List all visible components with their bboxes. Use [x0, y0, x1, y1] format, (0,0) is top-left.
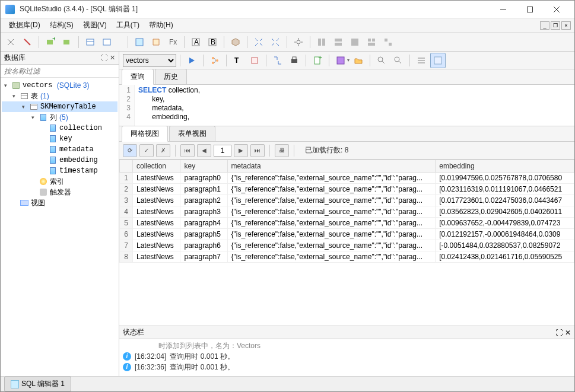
explain-icon[interactable]	[207, 53, 223, 68]
tree-views[interactable]: 视图	[31, 198, 45, 208]
svg-rect-25	[385, 39, 387, 42]
tab-history[interactable]: 历史	[155, 69, 187, 84]
mdi-close-button[interactable]: ×	[561, 21, 571, 30]
tree-column-item[interactable]: collection	[59, 124, 102, 132]
column-header[interactable]: collection	[133, 160, 180, 173]
bottom-tab-sql[interactable]: SQL 编辑器 1	[4, 377, 71, 391]
tree-table-item[interactable]: SKMemoryTable	[40, 103, 96, 111]
expand-icon[interactable]	[251, 34, 266, 50]
menu-help[interactable]: 帮助(H)	[144, 18, 178, 32]
layout5-icon[interactable]	[380, 34, 396, 50]
tree-column-item[interactable]: key	[59, 135, 72, 143]
commit-icon[interactable]: ✓	[139, 144, 154, 157]
close-button[interactable]	[543, 1, 570, 18]
table-row[interactable]: 4LatestNewsparagraph3{"is_reference":fal…	[120, 206, 574, 218]
tree-db-name[interactable]: vectors	[23, 81, 52, 90]
table-row[interactable]: 1LatestNewsparagraph0{"is_reference":fal…	[120, 173, 574, 184]
refresh-icon[interactable]: ⟳	[123, 144, 137, 157]
clear-icon[interactable]	[247, 53, 262, 68]
search2-icon[interactable]	[390, 53, 406, 68]
table-row[interactable]: 2LatestNewsparagraph1{"is_reference":fal…	[120, 184, 574, 195]
open-icon[interactable]	[351, 53, 366, 68]
tree-columns[interactable]: 列	[50, 113, 57, 123]
code-b-icon[interactable]: B	[205, 34, 220, 50]
layout2-icon[interactable]	[331, 34, 346, 50]
svg-rect-21	[351, 39, 358, 46]
close-panel-icon[interactable]: ✕	[110, 54, 115, 62]
rollback-icon[interactable]: ✗	[156, 144, 170, 157]
last-page-icon[interactable]: ⏭	[250, 144, 265, 157]
maximize-button[interactable]	[516, 1, 543, 18]
tab-grid-view[interactable]: 网格视图	[122, 126, 168, 142]
table-row[interactable]: 6LatestNewsparagraph5{"is_reference":fal…	[120, 229, 574, 240]
tree-triggers[interactable]: 触发器	[50, 187, 71, 197]
package-icon[interactable]	[228, 34, 243, 50]
search-icon[interactable]	[374, 53, 389, 68]
tree-column-item[interactable]: metadata	[59, 145, 94, 154]
results-grid[interactable]: collectionkeymetadataembedding 1LatestNe…	[119, 160, 574, 326]
view-grid-icon[interactable]	[430, 53, 446, 68]
edit-table-icon[interactable]	[99, 34, 115, 50]
filter-input[interactable]	[1, 65, 119, 77]
sql-file-icon	[11, 380, 19, 388]
next-page-icon[interactable]: ▶	[234, 144, 248, 157]
loaded-label: 已加载行数:	[305, 146, 342, 154]
tab-query[interactable]: 查询	[122, 69, 154, 85]
menu-structure[interactable]: 结构(S)	[45, 18, 78, 32]
print-results-icon[interactable]: 🖶	[275, 144, 289, 157]
page-input[interactable]	[214, 145, 231, 157]
ddl-history-icon[interactable]	[148, 34, 164, 50]
column-header[interactable]: key	[180, 160, 227, 173]
prev-page-icon[interactable]: ◀	[197, 144, 211, 157]
minimize-button[interactable]	[490, 1, 516, 18]
tab-form-view[interactable]: 表单视图	[169, 126, 215, 141]
sql-editor[interactable]: 1234 SELECT collection, key, metadata, e…	[119, 85, 574, 126]
connect-icon[interactable]	[3, 34, 18, 50]
status-undock-icon[interactable]: ⛶	[555, 329, 563, 337]
mdi-restore-button[interactable]: ❐	[551, 21, 560, 30]
edit-db-icon[interactable]	[59, 34, 75, 50]
window-title: SQLiteStudio (3.4.4) - [SQL 编辑器 1]	[20, 4, 490, 14]
function-icon[interactable]: Fx	[165, 34, 180, 50]
svg-rect-9	[103, 39, 110, 45]
add-table-icon[interactable]	[82, 34, 98, 50]
table-row[interactable]: 8LatestNewsparagraph7{"is_reference":fal…	[120, 251, 574, 263]
db-tree[interactable]: ▾vectors (SQLite 3) ▾表(1) ▾SKMemoryTable…	[1, 78, 119, 376]
tree-indexes[interactable]: 索引	[50, 177, 64, 187]
menu-database[interactable]: 数据库(D)	[4, 18, 45, 32]
svg-rect-7	[87, 39, 94, 45]
new-file-icon[interactable]: +	[310, 53, 325, 68]
menu-view[interactable]: 视图(V)	[78, 18, 112, 32]
disconnect-icon[interactable]	[20, 34, 35, 50]
execute-icon[interactable]	[184, 53, 199, 68]
expand-sql-icon[interactable]	[270, 53, 285, 68]
menu-tools[interactable]: 工具(T)	[112, 18, 144, 32]
column-header[interactable]: metadata	[227, 160, 436, 173]
sql-editor-icon[interactable]	[132, 34, 147, 50]
table-row[interactable]: 5LatestNewsparagraph4{"is_reference":fal…	[120, 218, 574, 229]
first-page-icon[interactable]: ⏮	[180, 144, 195, 157]
db-selector[interactable]: vectors	[123, 54, 176, 67]
status-close-icon[interactable]: ✕	[565, 329, 571, 337]
layout3-icon[interactable]	[347, 34, 363, 50]
undock-icon[interactable]: ⛶	[101, 54, 107, 62]
layout4-icon[interactable]	[364, 34, 379, 50]
tree-column-item[interactable]: embedding	[59, 156, 98, 164]
format-icon[interactable]: T	[230, 53, 246, 68]
results-navbar: ⟳ ✓ ✗ ⏮ ◀ ▶ ⏭ 🖶 已加载行数: 8	[119, 142, 574, 160]
layout1-icon[interactable]	[314, 34, 329, 50]
print-icon[interactable]	[287, 53, 302, 68]
mdi-minimize-button[interactable]: _	[540, 21, 549, 30]
table-row[interactable]: 3LatestNewsparagraph2{"is_reference":fal…	[120, 195, 574, 206]
tree-tables[interactable]: 表	[31, 91, 38, 101]
view-list-icon[interactable]	[414, 53, 429, 68]
table-row[interactable]: 7LatestNewsparagraph6{"is_reference":fal…	[120, 240, 574, 251]
svg-point-27	[212, 57, 214, 59]
add-db-icon[interactable]: +	[43, 34, 58, 50]
code-a-icon[interactable]: A	[188, 34, 204, 50]
collapse-icon[interactable]	[268, 34, 283, 50]
save-icon[interactable]	[333, 53, 348, 68]
tree-column-item[interactable]: timestamp	[59, 167, 98, 175]
settings-icon[interactable]	[291, 34, 306, 50]
column-header[interactable]: embedding	[436, 160, 574, 173]
